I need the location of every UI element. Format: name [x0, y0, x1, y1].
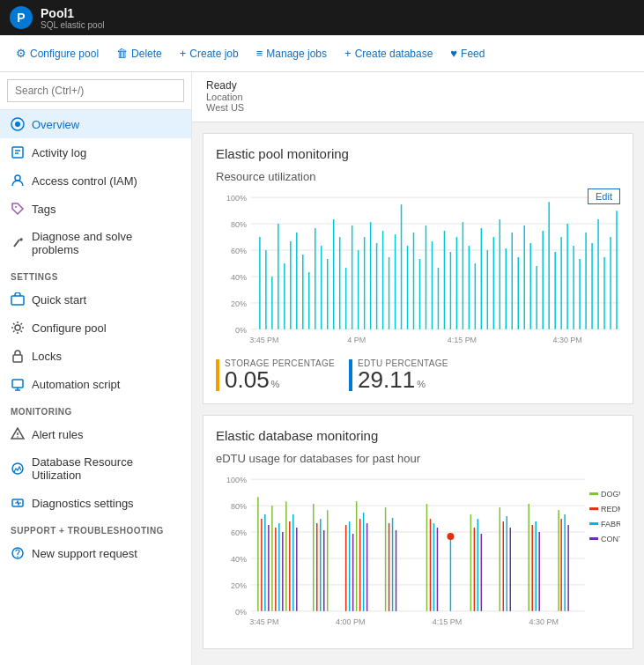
- svg-point-8: [15, 206, 17, 208]
- activity-icon: [11, 145, 25, 159]
- sidebar-item-quickstart[interactable]: Quick start: [0, 285, 191, 314]
- create-job-button[interactable]: + Create job: [173, 41, 246, 65]
- dbresource-icon: [11, 462, 25, 476]
- svg-text:40%: 40%: [231, 555, 247, 564]
- metric2-unit: %: [417, 379, 426, 389]
- edit-button[interactable]: Edit: [588, 188, 620, 204]
- metric-edtu-group: EDTU PERCENTAGE 29.11 %: [358, 358, 448, 391]
- content-area: Ready Location West US Elastic pool moni…: [192, 72, 644, 665]
- metric-storage-group: STORAGE PERCENTAGE 0.05 %: [225, 358, 335, 391]
- svg-point-150: [447, 533, 454, 540]
- sidebar-item-locks[interactable]: Locks: [0, 342, 191, 370]
- chart1-title: Resource utilization: [216, 170, 620, 183]
- configure-label: Configure pool: [30, 48, 99, 60]
- main-layout: Overview Activity log Access control (IA…: [0, 72, 644, 665]
- sidebar-item-support[interactable]: New support request: [0, 539, 191, 567]
- feed-button[interactable]: ♥ Feed: [443, 41, 492, 65]
- sidebar-item-iam[interactable]: Access control (IAM): [0, 166, 191, 195]
- sidebar-item-db-resource[interactable]: Database Resource Utilization: [0, 448, 191, 489]
- diagnostics-icon: [11, 496, 25, 510]
- metric-bar-blue: [349, 359, 352, 391]
- app-subtitle: SQL elastic pool: [41, 20, 104, 30]
- svg-rect-10: [11, 296, 24, 305]
- sidebar-item-label: Automation script: [32, 378, 120, 391]
- svg-text:4:30 PM: 4:30 PM: [552, 336, 581, 344]
- content-header: Ready Location West US: [192, 72, 644, 122]
- configure-pool-button[interactable]: ⚙ Configure pool: [9, 41, 106, 65]
- sidebar-item-alert-rules[interactable]: Alert rules: [0, 420, 191, 448]
- metric2-value-row: 29.11 %: [358, 368, 448, 391]
- sidebar: Overview Activity log Access control (IA…: [0, 72, 192, 665]
- plus2-icon: +: [344, 47, 352, 60]
- lock-icon: [11, 349, 25, 363]
- support-section-header: SUPPORT + TROUBLESHOOTING: [0, 517, 191, 539]
- svg-text:0%: 0%: [235, 608, 247, 617]
- sidebar-item-configure[interactable]: Configure pool: [0, 314, 191, 342]
- svg-text:4:15 PM: 4:15 PM: [448, 336, 477, 344]
- metric-bar-orange: [216, 359, 219, 391]
- sidebar-item-label: Database Resource Utilization: [32, 455, 181, 482]
- svg-point-21: [17, 556, 19, 558]
- svg-text:P: P: [17, 11, 25, 25]
- sidebar-item-diagnose[interactable]: Diagnose and solve problems: [0, 223, 191, 263]
- metric-storage: STORAGE PERCENTAGE 0.05 %: [216, 358, 335, 391]
- svg-text:40%: 40%: [231, 273, 247, 282]
- sidebar-item-automation[interactable]: Automation script: [0, 370, 191, 398]
- sidebar-item-label: New support request: [32, 547, 137, 560]
- svg-text:FABRIKAMJA...: FABRIKAMJA...: [601, 520, 620, 528]
- iam-icon: [11, 174, 25, 188]
- create-database-label: Create database: [355, 48, 433, 60]
- app-logo: P: [9, 5, 33, 30]
- svg-rect-12: [13, 355, 22, 362]
- automation-icon: [11, 377, 25, 391]
- sidebar-item-activity-log[interactable]: Activity log: [0, 138, 191, 166]
- status-ready: Ready: [206, 79, 630, 92]
- svg-line-9: [14, 240, 19, 247]
- sidebar-item-label: Locks: [32, 350, 62, 363]
- sidebar-item-tags[interactable]: Tags: [0, 195, 191, 223]
- metric-edtu: EDTU PERCENTAGE 29.11 %: [349, 358, 448, 391]
- svg-text:3:45 PM: 3:45 PM: [249, 336, 278, 344]
- toolbar: ⚙ Configure pool 🗑 Delete + Create job ≡…: [0, 35, 644, 72]
- svg-point-11: [15, 325, 20, 330]
- svg-rect-167: [589, 522, 598, 525]
- sidebar-item-overview[interactable]: Overview: [0, 110, 191, 138]
- svg-text:80%: 80%: [231, 502, 247, 511]
- svg-text:CONTOSO...: CONTOSO...: [601, 535, 620, 543]
- app-title: Pool1: [41, 6, 104, 20]
- svg-text:60%: 60%: [231, 528, 247, 537]
- location-value: West US: [206, 102, 630, 113]
- delete-label: Delete: [131, 48, 162, 60]
- quickstart-icon: [11, 292, 25, 307]
- svg-rect-13: [12, 380, 23, 388]
- sidebar-item-diagnostics[interactable]: Diagnostics settings: [0, 489, 191, 517]
- svg-text:4:15 PM: 4:15 PM: [433, 617, 462, 626]
- delete-icon: 🗑: [116, 47, 128, 60]
- top-bar: P Pool1 SQL elastic pool: [0, 0, 644, 35]
- card2-title: Elastic database monitoring: [216, 428, 620, 443]
- svg-text:60%: 60%: [231, 247, 247, 255]
- delete-button[interactable]: 🗑 Delete: [109, 41, 169, 65]
- svg-rect-163: [589, 492, 598, 495]
- plus-icon: +: [180, 47, 187, 60]
- svg-point-18: [12, 463, 23, 474]
- location-label: Location: [206, 92, 630, 102]
- metric1-value: 0.05: [225, 368, 270, 391]
- app-title-group: Pool1 SQL elastic pool: [41, 6, 104, 30]
- svg-text:4:30 PM: 4:30 PM: [529, 617, 558, 626]
- svg-point-17: [17, 436, 19, 438]
- wrench-icon: [11, 236, 25, 250]
- create-database-button[interactable]: + Create database: [337, 41, 440, 65]
- svg-text:80%: 80%: [231, 220, 247, 229]
- svg-text:4 PM: 4 PM: [347, 336, 366, 344]
- chart2-title: eDTU usage for databases for past hour: [216, 452, 620, 465]
- search-input[interactable]: [7, 79, 184, 102]
- feed-label: Feed: [461, 48, 485, 60]
- manage-jobs-button[interactable]: ≡ Manage jobs: [249, 41, 334, 65]
- svg-text:20%: 20%: [231, 299, 247, 308]
- svg-point-3: [15, 122, 20, 127]
- configure-icon: ⚙: [16, 47, 26, 60]
- svg-text:0%: 0%: [235, 326, 247, 335]
- settings-section-header: SETTINGS: [0, 263, 191, 285]
- sidebar-item-label: Diagnostics settings: [32, 497, 134, 510]
